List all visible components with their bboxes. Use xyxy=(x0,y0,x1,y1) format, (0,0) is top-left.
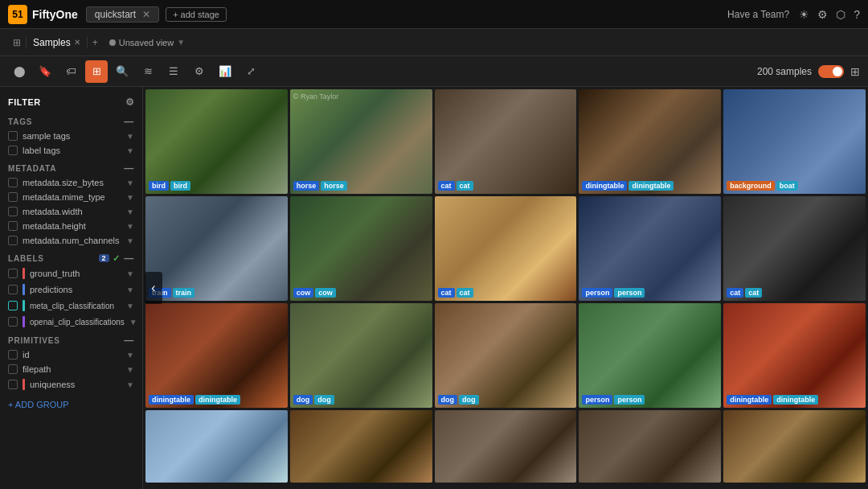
grid-cell-person[interactable]: person person xyxy=(579,196,721,301)
sidebar-item-mime-type[interactable]: metadata.mime_type ▼ xyxy=(0,190,142,204)
cake-labels: background boat xyxy=(727,181,798,191)
ground-truth-color xyxy=(23,268,25,279)
logo-icon: 51 xyxy=(8,5,27,24)
sidebar-item-predictions[interactable]: predictions ▼ xyxy=(0,281,142,298)
tool-settings[interactable]: ⚙ xyxy=(188,60,211,83)
badge-train-pred: train xyxy=(173,288,195,298)
badge-cat2-pred: cat xyxy=(457,288,473,298)
sidebar-item-height[interactable]: metadata.height ▼ xyxy=(0,219,142,233)
sidebar-item-ground-truth[interactable]: ground_truth ▼ xyxy=(0,265,142,281)
tags-section: TAGS — xyxy=(0,111,142,129)
grid-cell-cat3[interactable]: cat cat xyxy=(723,196,866,301)
label-tags-checkbox[interactable] xyxy=(8,146,18,155)
labels-count: 2 xyxy=(99,254,110,262)
grid-cell-toy[interactable]: person person xyxy=(579,303,721,408)
tags-collapse[interactable]: — xyxy=(124,116,134,127)
tool-tag[interactable]: 🏷 xyxy=(59,60,82,83)
labels-check[interactable]: ✓ xyxy=(113,253,121,264)
app-name: FiftyOne xyxy=(32,8,78,21)
question-icon[interactable]: ? xyxy=(854,8,860,21)
primitives-collapse[interactable]: — xyxy=(124,335,134,346)
badge-person-gt: person xyxy=(582,288,612,298)
image-row-3: diningtable diningtable dog dog dog do xyxy=(145,303,866,408)
labels-collapse[interactable]: — xyxy=(124,253,134,264)
dogs-labels: dog dog xyxy=(293,395,334,405)
sidebar-item-sample-tags[interactable]: sample tags ▼ xyxy=(0,129,142,143)
tool-bookmark[interactable]: 🔖 xyxy=(34,60,56,83)
badge-food-pred: diningtable xyxy=(195,395,240,405)
sidebar-item-label-tags[interactable]: label tags ▼ xyxy=(0,143,142,158)
tool-chart[interactable]: 📊 xyxy=(214,60,236,83)
grid-cell-bear2[interactable] xyxy=(290,410,432,483)
tool-expand[interactable]: ⤢ xyxy=(240,60,262,83)
badge-cake-pred: boat xyxy=(776,181,798,191)
sidebar-item-meta-clip[interactable]: meta_clip_classification ▼ xyxy=(0,298,142,314)
grid-cell-plane[interactable] xyxy=(145,410,288,483)
openai-clip-color xyxy=(23,316,25,327)
food-labels: diningtable diningtable xyxy=(149,395,240,405)
grid-cell-dogs[interactable]: dog dog xyxy=(290,303,432,408)
badge-cow-gt: cow xyxy=(293,288,314,298)
sidebar-item-openai-clip[interactable]: openai_clip_classifications ▼ xyxy=(0,314,142,330)
horseman-labels: horse horse xyxy=(293,181,347,191)
tool-filter2[interactable]: ≋ xyxy=(137,60,159,83)
sidebar-item-id[interactable]: id ▼ xyxy=(0,347,142,362)
image-row-4 xyxy=(145,410,866,483)
samples-label: Samples xyxy=(33,37,71,48)
badge-cat1-pred: cat xyxy=(457,181,473,191)
metadata-collapse[interactable]: — xyxy=(124,162,134,174)
grid-cell-cat2[interactable]: cat cat xyxy=(435,196,577,301)
samples-tab[interactable]: Samples ✕ xyxy=(27,37,88,48)
grid-layout-icon[interactable]: ⊞ xyxy=(850,65,860,78)
samples-close-icon[interactable]: ✕ xyxy=(74,38,80,47)
badge-table1-pred: diningtable xyxy=(628,181,674,191)
tool-back[interactable]: ⬤ xyxy=(8,60,31,83)
filter-gear-icon[interactable]: ⚙ xyxy=(125,97,135,108)
grid-cell-dog2[interactable] xyxy=(579,410,721,483)
grid-cell-cow[interactable]: cow cow xyxy=(290,196,432,301)
toggle-switch[interactable] xyxy=(818,65,844,78)
close-icon[interactable]: ✕ xyxy=(142,9,150,20)
sample-tags-checkbox[interactable] xyxy=(8,131,18,141)
grid-cell-cake[interactable]: background boat xyxy=(723,89,866,194)
topbar-right: Have a Team? ☀ ⚙ ⬡ ? xyxy=(727,8,860,21)
tool-list[interactable]: ☰ xyxy=(162,60,185,83)
grid-cell-spaniel[interactable] xyxy=(723,410,866,483)
grid-cell-table1[interactable]: diningtable diningtable xyxy=(579,89,721,194)
sidebar-item-num-channels[interactable]: metadata.num_channels ▼ xyxy=(0,233,142,248)
size-bytes-checkbox[interactable] xyxy=(8,178,18,187)
grid-cell-horseman[interactable]: © Ryan Taylor horse horse xyxy=(290,89,432,194)
github-icon[interactable]: ⬡ xyxy=(836,8,845,21)
view-selector[interactable]: Unsaved view ▼ xyxy=(109,38,185,47)
grid-cell-cat4[interactable] xyxy=(435,410,577,483)
quickstart-tab[interactable]: quickstart ✕ xyxy=(86,6,159,23)
grid-cell-cat1[interactable]: cat cat xyxy=(435,89,577,194)
sidebar-item-size-bytes[interactable]: metadata.size_bytes ▼ xyxy=(0,175,142,190)
predictions-color xyxy=(23,284,25,295)
sun-icon[interactable]: ☀ xyxy=(799,8,809,21)
add-group[interactable]: + ADD GROUP xyxy=(0,392,142,417)
sample-tags-chevron: ▼ xyxy=(126,132,134,141)
sidebar-item-filepath[interactable]: filepath ▼ xyxy=(0,362,142,376)
badge-horse-gt: horse xyxy=(293,181,320,191)
primitives-section: PRIMITIVES — xyxy=(0,330,142,347)
meta-clip-color xyxy=(23,300,25,311)
tool-search[interactable]: 🔍 xyxy=(111,60,133,83)
person-labels: person person xyxy=(582,288,645,298)
grid-cell-food[interactable]: diningtable diningtable xyxy=(145,303,288,408)
grid-cell-train[interactable]: train train xyxy=(145,196,288,301)
quickstart-label: quickstart xyxy=(95,9,136,20)
settings-icon[interactable]: ⚙ xyxy=(817,8,828,21)
sidebar-item-width[interactable]: metadata.width ▼ xyxy=(0,204,142,219)
grid-view-icon[interactable]: ⊞ xyxy=(8,37,27,48)
tool-grid[interactable]: ⊞ xyxy=(85,60,108,83)
nav-left-button[interactable]: ‹ xyxy=(145,272,162,304)
add-tab-button[interactable]: + xyxy=(88,37,103,48)
badge-dogs-gt: dog xyxy=(293,395,313,405)
add-stage-button[interactable]: + add stage xyxy=(166,7,227,22)
bear-labels: dog dog xyxy=(438,395,479,405)
grid-cell-bird[interactable]: bird bird xyxy=(145,89,288,194)
sidebar-item-uniqueness[interactable]: uniqueness ▼ xyxy=(0,376,142,392)
grid-cell-bear[interactable]: dog dog xyxy=(435,303,577,408)
grid-cell-pizza[interactable]: diningtable diningtable xyxy=(723,303,866,408)
